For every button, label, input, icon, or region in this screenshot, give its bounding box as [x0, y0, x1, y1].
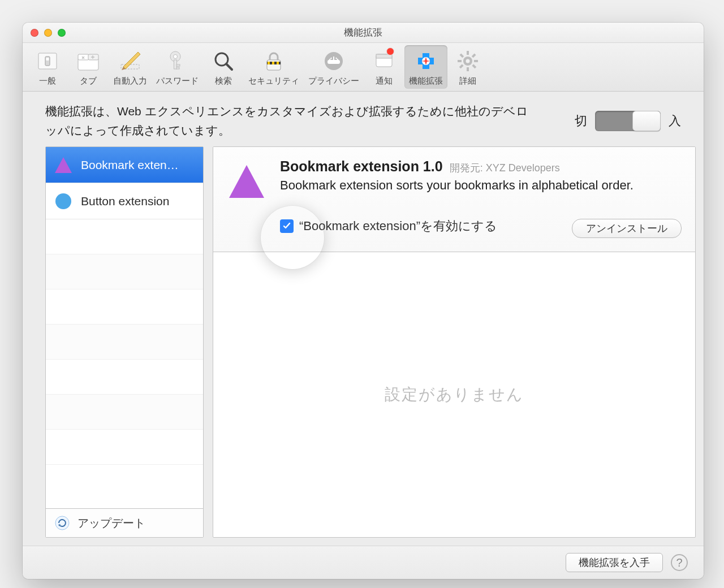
detail-header: Bookmark extension 1.0 開発元: XYZ Develope… — [213, 147, 695, 252]
svg-marker-43 — [55, 157, 72, 173]
svg-rect-36 — [467, 67, 469, 71]
sidebar-empty-row — [46, 254, 203, 289]
extension-detail: Bookmark extension 1.0 開発元: XYZ Develope… — [213, 146, 696, 538]
titlebar: 機能拡張 — [23, 23, 704, 43]
privacy-icon — [321, 49, 346, 74]
tab-advanced[interactable]: 詳細 — [447, 45, 488, 89]
svg-rect-24 — [268, 62, 270, 64]
detail-description: Bookmark extension sorts your bookmarks … — [280, 178, 682, 193]
tabs-icon — [76, 49, 101, 74]
svg-rect-35 — [467, 51, 469, 55]
extensions-sidebar: Bookmark exten… Button extension — [45, 146, 204, 538]
svg-point-45 — [55, 516, 69, 530]
tab-privacy[interactable]: プライバシー — [304, 45, 364, 89]
svg-rect-37 — [458, 60, 462, 62]
svg-point-34 — [466, 59, 470, 63]
tab-extensions[interactable]: 機能拡張 — [404, 45, 447, 89]
check-icon — [282, 222, 291, 231]
sidebar-empty-row — [46, 395, 203, 430]
preferences-toolbar: 一般 タブ 自動入力 — [23, 43, 704, 92]
svg-point-14 — [173, 55, 177, 59]
extensions-master-switch: 切 入 — [575, 111, 681, 131]
intro-row: 機能拡張は、Web エクスペリエンスをカスタマイズおよび拡張するために他社のデベ… — [23, 92, 704, 146]
general-icon — [35, 49, 60, 74]
autofill-icon — [118, 49, 143, 74]
svg-rect-39 — [459, 53, 464, 58]
svg-marker-11 — [123, 52, 140, 69]
svg-rect-2 — [46, 58, 49, 60]
window-title: 機能拡張 — [23, 26, 704, 39]
enable-label: “Bookmark extension”を有効にする — [299, 218, 497, 235]
sidebar-item-bookmark-extension[interactable]: Bookmark exten… — [46, 147, 203, 183]
svg-rect-40 — [472, 64, 476, 68]
svg-rect-38 — [474, 60, 478, 62]
switch-off-label: 切 — [575, 113, 587, 129]
detail-body: 設定がありません — [213, 252, 695, 537]
switch-on-label: 入 — [669, 113, 681, 129]
extension-big-icon — [227, 162, 266, 201]
preferences-window: 機能拡張 一般 タブ — [23, 23, 704, 579]
tab-passwords[interactable]: パスワード — [152, 45, 203, 89]
svg-rect-26 — [277, 62, 279, 64]
sidebar-empty-row — [46, 430, 203, 465]
sidebar-item-button-extension[interactable]: Button extension — [46, 183, 203, 219]
triangle-icon — [54, 155, 73, 175]
sidebar-empty-row — [46, 325, 203, 360]
svg-rect-16 — [176, 64, 180, 66]
tab-autofill[interactable]: 自動入力 — [109, 45, 152, 89]
detail-title: Bookmark extension 1.0 — [280, 158, 443, 175]
update-icon — [54, 514, 71, 531]
svg-rect-42 — [459, 64, 464, 68]
uninstall-button[interactable]: アンインストール — [572, 219, 682, 238]
notification-badge — [386, 47, 394, 55]
gear-icon — [455, 49, 480, 74]
sidebar-item-label: Bookmark exten… — [81, 158, 179, 172]
svg-line-19 — [226, 64, 232, 70]
master-toggle[interactable] — [595, 111, 661, 131]
tab-search[interactable]: 検索 — [203, 45, 244, 89]
sidebar-item-label: Button extension — [81, 194, 169, 208]
svg-rect-25 — [272, 62, 274, 64]
svg-marker-47 — [229, 165, 264, 198]
tab-general[interactable]: 一般 — [27, 45, 68, 89]
tab-notifications[interactable]: 通知 — [364, 45, 404, 89]
tab-tabs[interactable]: タブ — [68, 45, 109, 89]
svg-rect-41 — [472, 53, 476, 58]
svg-rect-17 — [176, 67, 179, 69]
intro-text: 機能拡張は、Web エクスペリエンスをカスタマイズおよび拡張するために他社のデベ… — [45, 102, 532, 140]
detail-developer: 開発元: XYZ Developers — [450, 161, 560, 175]
get-extensions-button[interactable]: 機能拡張を入手 — [566, 553, 663, 572]
lock-icon — [261, 49, 286, 74]
sidebar-empty-row — [46, 360, 203, 395]
key-icon — [165, 49, 190, 74]
sidebar-empty-row — [46, 289, 203, 325]
enable-checkbox[interactable] — [280, 219, 294, 233]
tab-security[interactable]: セキュリティ — [244, 45, 304, 89]
sidebar-empty-row — [46, 219, 203, 254]
update-label: アップデート — [77, 516, 145, 531]
toggle-knob — [632, 111, 661, 131]
help-button[interactable]: ? — [671, 554, 688, 571]
content-area: Bookmark exten… Button extension — [23, 146, 704, 546]
update-button[interactable]: アップデート — [46, 508, 203, 537]
footer: 機能拡張を入手 ? — [23, 546, 704, 579]
svg-rect-20 — [267, 60, 281, 70]
extensions-icon — [413, 49, 438, 74]
svg-point-44 — [55, 193, 71, 209]
circle-icon — [54, 192, 73, 211]
search-icon — [211, 49, 236, 74]
no-settings-text: 設定がありません — [385, 384, 524, 405]
